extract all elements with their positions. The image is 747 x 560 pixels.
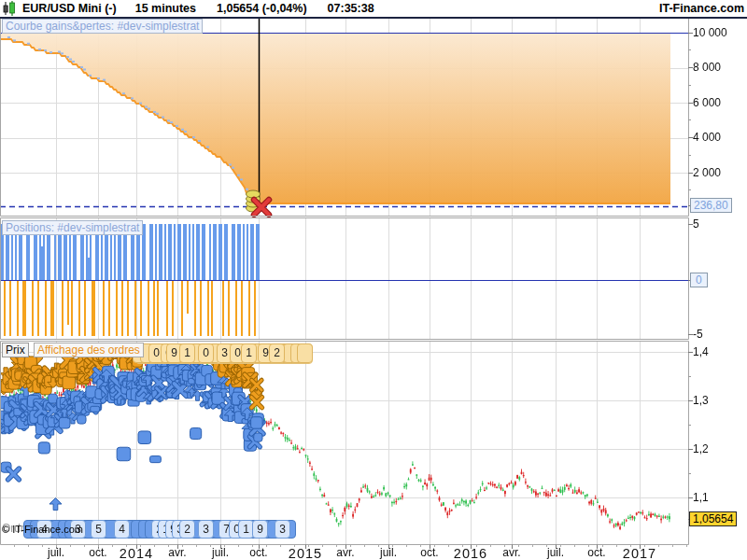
x-axis-label: avr. bbox=[502, 546, 520, 559]
order-count-badge[interactable]: 0 bbox=[198, 343, 214, 363]
equity-panel-label[interactable]: Courbe gains&pertes: #dev-simplestrat bbox=[2, 19, 203, 34]
price-panel-label[interactable]: Prix bbox=[2, 343, 29, 357]
equity-axis-label: 6 000 bbox=[693, 96, 721, 109]
equity-last-value-badge: 236,80 bbox=[690, 198, 732, 213]
watermark: © IT-Finance.com bbox=[2, 524, 83, 535]
order-count-badge[interactable]: 4 bbox=[114, 520, 130, 539]
order-count-badge[interactable]: 2 bbox=[269, 343, 285, 363]
x-axis-label: juil. bbox=[212, 546, 229, 559]
price-axis-label: 1,2 bbox=[693, 442, 709, 455]
x-axis-label: 2014 bbox=[120, 546, 153, 560]
positions-panel-label[interactable]: Positions: #dev-simplestrat bbox=[2, 220, 143, 235]
title-bar: EUR/USD Mini (-) 15 minutes 1,05654 (-0,… bbox=[0, 0, 747, 19]
positions-axis-label: 5 bbox=[693, 217, 699, 231]
x-axis-label: juil. bbox=[380, 546, 397, 559]
orders-display-label[interactable]: Affichage des ordres bbox=[34, 343, 144, 357]
order-count-badge[interactable] bbox=[297, 343, 313, 363]
positions-axis-label: -5 bbox=[693, 328, 703, 341]
last-price-change: 1,05654 (-0,04%) bbox=[217, 2, 307, 15]
x-axis-label: avr. bbox=[168, 546, 186, 559]
price-axis-label: 1,1 bbox=[693, 491, 709, 504]
chart-canvas[interactable] bbox=[0, 0, 747, 560]
x-axis-label: oct. bbox=[420, 546, 438, 559]
equity-axis-label: 4 000 bbox=[693, 131, 721, 144]
x-axis-label: oct. bbox=[249, 546, 267, 559]
order-count-badge[interactable]: 9 bbox=[252, 520, 268, 539]
positions-zero-badge: 0 bbox=[690, 273, 708, 287]
candlestick-chart-icon bbox=[2, 1, 17, 16]
timeframe-label: 15 minutes bbox=[135, 2, 196, 15]
order-count-badge[interactable]: 2 bbox=[179, 520, 195, 539]
x-axis-label: 2017 bbox=[623, 546, 656, 560]
clock: 07:35:38 bbox=[328, 2, 374, 15]
price-last-value-badge: 1,05654 bbox=[689, 511, 737, 526]
order-count-badge[interactable]: 3 bbox=[275, 520, 290, 539]
x-axis-label: juil. bbox=[547, 546, 564, 559]
x-axis-label: avr. bbox=[336, 546, 354, 559]
x-axis-label: juil. bbox=[48, 546, 64, 559]
order-count-badge[interactable]: 1 bbox=[241, 343, 257, 363]
x-axis-label: oct. bbox=[89, 546, 106, 559]
order-count-badge[interactable]: 3 bbox=[198, 520, 214, 539]
order-count-badge[interactable]: 1 bbox=[179, 343, 195, 363]
x-axis-label: 2015 bbox=[289, 546, 322, 560]
order-count-badge[interactable]: 5 bbox=[91, 520, 106, 539]
x-axis-label: oct. bbox=[587, 546, 605, 559]
instrument-name: EUR/USD Mini (-) bbox=[22, 2, 117, 15]
equity-axis-label: 10 000 bbox=[693, 26, 727, 39]
x-axis-label: 2016 bbox=[454, 546, 487, 560]
chart-window: EUR/USD Mini (-) 15 minutes 1,05654 (-0,… bbox=[0, 0, 747, 560]
brand-label: IT-Finance.com bbox=[659, 2, 744, 15]
price-axis-label: 1,4 bbox=[693, 345, 709, 358]
equity-axis-label: 2 000 bbox=[693, 166, 721, 179]
price-axis-label: 1,3 bbox=[693, 394, 709, 407]
equity-axis-label: 8 000 bbox=[693, 61, 721, 74]
